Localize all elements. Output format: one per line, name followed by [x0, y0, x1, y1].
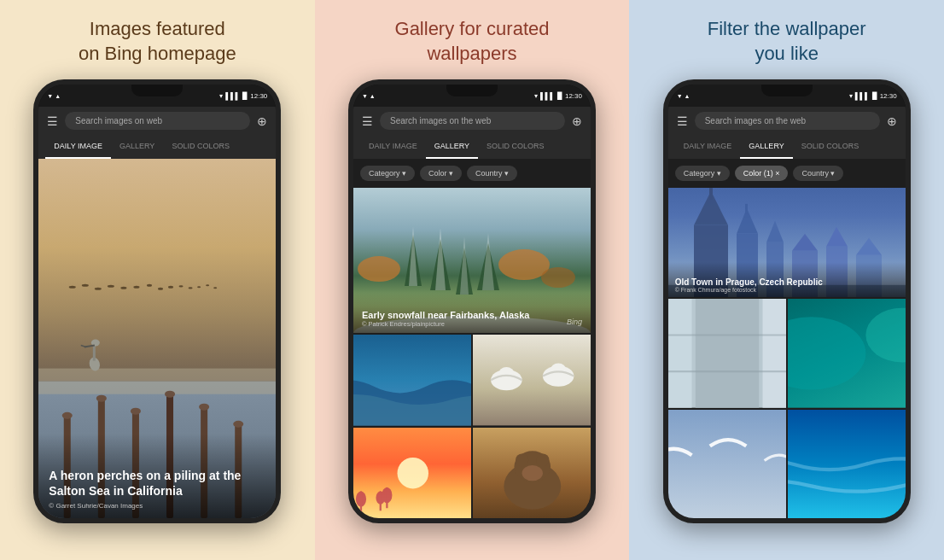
tab-solid-1[interactable]: SOLID COLORS — [163, 135, 238, 159]
notch-2 — [446, 85, 498, 96]
gallery-main-prague[interactable]: Old Town in Prague, Czech Republic © Fra… — [668, 188, 906, 297]
gallery-grid-3: Old Town in Prague, Czech Republic © Fra… — [668, 188, 906, 518]
search-field-1[interactable]: Search images on web — [65, 112, 250, 130]
tab-daily-1[interactable]: DAILY IMAGE — [45, 135, 111, 159]
svg-point-26 — [197, 287, 201, 289]
search-placeholder-2: Search images on the web — [390, 116, 491, 125]
birds-svg — [473, 335, 591, 425]
filter-category-3[interactable]: Category ▾ — [675, 166, 730, 181]
status-bar-3: ▼ ▲ ▾ ▌▌▌ ▉ 12:30 — [668, 85, 906, 107]
filter-color-2[interactable]: Color ▾ — [420, 166, 462, 181]
tab-daily-3[interactable]: DAILY IMAGE — [675, 135, 741, 159]
side-button-1 — [279, 187, 281, 221]
tabs-3: DAILY IMAGE GALLERY SOLID COLORS — [668, 135, 906, 159]
wifi-icon: ▾ — [219, 92, 223, 100]
tab-gallery-3[interactable]: GALLERY — [740, 135, 792, 159]
gallery-main-image[interactable]: Early snowfall near Fairbanks, Alaska © … — [353, 188, 591, 333]
tab-gallery-1[interactable]: GALLERY — [111, 135, 163, 159]
panel-daily-image: Images featured on Bing homepage ▼ ▲ ▾ ▌… — [0, 0, 315, 560]
search-bar-1[interactable]: ☰ Search images on web ⊕ — [38, 107, 276, 135]
wifi-icon-3: ▾ — [849, 92, 853, 100]
svg-point-25 — [189, 287, 193, 289]
svg-rect-93 — [788, 410, 906, 519]
salt-svg — [668, 299, 786, 408]
time-1: 12:30 — [250, 92, 267, 100]
gallery-cell-seagulls[interactable] — [668, 410, 786, 519]
daily-image-title: A heron perches on a piling at the Salto… — [49, 468, 265, 499]
svg-point-23 — [168, 286, 173, 289]
screen-1: ☰ Search images on web ⊕ DAILY IMAGE GAL… — [38, 107, 276, 518]
search-placeholder-1: Search images on web — [75, 116, 162, 125]
search-bar-2[interactable]: ☰ Search images on the web ⊕ — [353, 107, 591, 135]
svg-point-45 — [541, 267, 575, 288]
filter-category-2[interactable]: Category ▾ — [360, 166, 415, 181]
svg-rect-0 — [38, 159, 276, 382]
search-icon-2[interactable]: ⊕ — [572, 114, 582, 128]
gallery-main-title: Early snowfall near Fairbanks, Alaska — [362, 310, 582, 320]
svg-point-21 — [147, 284, 152, 287]
status-icons-2: ▾ ▌▌▌ ▉ 12:30 — [534, 92, 582, 100]
svg-rect-92 — [668, 410, 786, 519]
hamburger-icon-1[interactable]: ☰ — [47, 114, 58, 128]
svg-point-12 — [165, 391, 175, 398]
carrier-1: ▼ ▲ — [47, 93, 61, 99]
tab-solid-3[interactable]: SOLID COLORS — [793, 135, 868, 159]
panel-3-title: Filter the wallpaper you like — [708, 17, 866, 66]
panel-gallery: Gallery for curated wallpapers ▼ ▲ ▾ ▌▌▌… — [315, 0, 630, 560]
gallery-cell-blue-water[interactable] — [788, 410, 906, 519]
gallery-main-caption: Early snowfall near Fairbanks, Alaska © … — [353, 293, 591, 333]
svg-point-15 — [69, 286, 76, 289]
search-field-2[interactable]: Search images on the web — [380, 112, 565, 130]
svg-point-24 — [179, 285, 184, 287]
phone-2: ▼ ▲ ▾ ▌▌▌ ▉ 12:30 ☰ Search images on the… — [348, 79, 596, 523]
signal-icon: ▌▌▌ — [225, 92, 240, 100]
side-button-3 — [909, 187, 911, 221]
svg-point-65 — [536, 453, 549, 466]
filter-country-2[interactable]: Country ▾ — [467, 166, 517, 181]
gallery-cell-bear[interactable] — [473, 428, 591, 518]
search-icon-3[interactable]: ⊕ — [887, 114, 897, 128]
prague-title: Old Town in Prague, Czech Republic — [675, 277, 899, 287]
battery-icon: ▉ — [242, 92, 248, 100]
tab-gallery-2[interactable]: GALLERY — [426, 135, 478, 159]
svg-point-19 — [121, 287, 127, 289]
svg-rect-48 — [473, 335, 591, 425]
tabs-1: DAILY IMAGE GALLERY SOLID COLORS — [38, 135, 276, 159]
gallery-cell-teal[interactable] — [788, 299, 906, 408]
carrier-3: ▼ ▲ — [677, 93, 691, 99]
panel-1-title: Images featured on Bing homepage — [79, 17, 236, 66]
notch-3 — [761, 85, 813, 96]
blue-water-svg — [788, 410, 906, 519]
gallery-cell-salt[interactable] — [668, 299, 786, 408]
svg-point-9 — [62, 412, 73, 419]
filter-country-3[interactable]: Country ▾ — [793, 166, 843, 181]
gallery-grid-2: Early snowfall near Fairbanks, Alaska © … — [353, 188, 591, 518]
hamburger-icon-3[interactable]: ☰ — [677, 114, 688, 128]
time-2: 12:30 — [565, 92, 582, 100]
search-bar-3[interactable]: ☰ Search images on the web ⊕ — [668, 107, 906, 135]
gallery-cell-ocean[interactable] — [353, 335, 471, 425]
search-field-3[interactable]: Search images on the web — [695, 112, 880, 130]
side-button-2 — [594, 187, 596, 221]
prague-caption: Old Town in Prague, Czech Republic © Fra… — [668, 262, 906, 297]
tab-solid-2[interactable]: SOLID COLORS — [478, 135, 553, 159]
prague-credit: © Frank Chmura/age fotostock — [675, 287, 899, 293]
filter-color-active-3[interactable]: Color (1) × — [735, 166, 789, 181]
svg-point-28 — [213, 288, 217, 289]
search-icon-1[interactable]: ⊕ — [257, 114, 267, 128]
phone-3: ▼ ▲ ▾ ▌▌▌ ▉ 12:30 ☰ Search images on the… — [663, 79, 911, 523]
panel-2-title: Gallery for curated wallpapers — [395, 17, 550, 66]
screen-3: ☰ Search images on the web ⊕ DAILY IMAGE… — [668, 107, 906, 518]
gallery-cell-birds[interactable] — [473, 335, 591, 425]
bear-svg — [473, 428, 591, 518]
tab-daily-2[interactable]: DAILY IMAGE — [360, 135, 426, 159]
hamburger-icon-2[interactable]: ☰ — [362, 114, 373, 128]
svg-point-54 — [398, 458, 428, 488]
gallery-cell-sunset[interactable] — [353, 428, 471, 518]
svg-rect-85 — [695, 299, 758, 408]
signal-icon-2: ▌▌▌ — [540, 92, 555, 100]
status-icons-3: ▾ ▌▌▌ ▉ 12:30 — [849, 92, 897, 100]
screen-2: ☰ Search images on the web ⊕ DAILY IMAGE… — [353, 107, 591, 518]
svg-rect-84 — [668, 299, 692, 408]
svg-point-20 — [134, 286, 140, 289]
